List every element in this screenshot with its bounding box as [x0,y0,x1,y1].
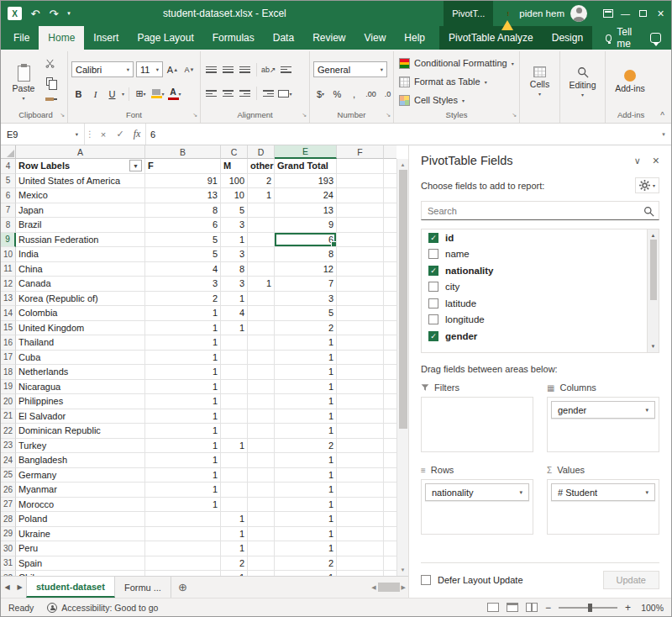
dialog-launcher-icon[interactable]: ↘ [192,112,197,119]
row-header[interactable]: 9 [1,233,16,248]
field-item-latitude[interactable]: latitude [422,295,646,312]
cell[interactable]: 1 [221,292,248,307]
cell[interactable] [248,468,275,483]
cell[interactable] [248,321,275,336]
dialog-launcher-icon[interactable]: ↘ [60,112,65,119]
zoom-level[interactable]: 100% [638,603,664,613]
cell[interactable]: United Kingdom [16,321,145,336]
scrollbar-thumb[interactable] [650,240,657,300]
cell[interactable]: 4 [145,262,221,277]
defer-layout-checkbox[interactable] [421,575,431,585]
cell[interactable] [221,468,248,483]
font-size-select[interactable]: 11▾ [136,61,163,77]
row-header[interactable]: 32 [1,571,16,576]
cell[interactable] [248,453,275,468]
cell[interactable] [337,159,384,174]
wrap-text-button[interactable] [279,62,293,77]
tab-file[interactable]: File [4,26,39,50]
column-header-B[interactable]: B [145,145,221,159]
cell[interactable]: 2 [275,439,337,454]
scroll-up-icon[interactable]: ▲ [401,159,406,170]
cell[interactable]: 1 [145,424,221,439]
cell[interactable]: 1 [275,541,337,556]
warning-icon[interactable] [501,8,514,19]
conditional-formatting-button[interactable]: Conditional Formatting ▾ [397,55,516,71]
cell[interactable] [337,351,384,366]
cell[interactable]: 3 [221,277,248,292]
cell[interactable]: Bangladesh [16,453,145,468]
cell[interactable]: 1 [275,527,337,542]
cell[interactable]: 1 [275,409,337,425]
cell[interactable]: Netherlands [16,365,145,380]
update-button[interactable]: Update [603,571,659,589]
cell[interactable] [337,439,384,454]
sheet-tab-formulas[interactable]: Formu ... [115,577,171,598]
cell[interactable] [145,541,221,556]
ribbon-display-options-button[interactable] [599,1,617,26]
align-top-button[interactable] [204,62,218,77]
cell[interactable]: 8 [145,203,221,219]
drag-handle-icon[interactable]: ⋮ [85,124,95,145]
row-header[interactable]: 30 [1,541,16,556]
cell[interactable] [337,483,384,498]
cell[interactable]: 1 [275,424,337,439]
cancel-entry-button[interactable]: × [95,124,112,145]
cell[interactable]: 1 [221,321,248,336]
cell[interactable]: 1 [275,498,337,513]
avatar[interactable] [570,5,587,22]
cell[interactable]: 2 [275,321,337,336]
cell[interactable]: 1 [248,188,275,203]
scrollbar-thumb[interactable] [378,583,400,592]
cell[interactable]: Mexico [16,188,145,203]
cell[interactable] [337,188,384,203]
cell[interactable] [248,571,275,576]
cell[interactable] [337,218,384,233]
paste-button[interactable]: Paste ▾ [8,53,39,110]
cell[interactable] [248,351,275,366]
cell[interactable]: 8 [221,262,248,277]
tab-formulas[interactable]: Formulas [203,26,264,50]
tab-pivottable-analyze[interactable]: PivotTable Analyze [439,26,543,50]
row-header[interactable]: 27 [1,498,16,513]
cell[interactable] [337,380,384,395]
font-color-button[interactable]: A▾ [167,87,181,102]
cell[interactable]: Myanmar [16,483,145,498]
cell[interactable] [248,527,275,542]
field-item-id[interactable]: ✓id [422,229,646,246]
cell[interactable] [337,321,384,336]
cell[interactable]: 2 [275,556,337,572]
row-header[interactable]: 28 [1,512,16,527]
area-field-pill[interactable]: nationality▾ [425,483,529,501]
collapse-ribbon-button[interactable]: ^ [660,111,664,120]
cell[interactable]: 1 [275,335,337,351]
formula-bar-expand-button[interactable]: ▾ [656,124,671,145]
tab-design[interactable]: Design [543,26,592,50]
cell[interactable]: 13 [275,203,337,219]
cell[interactable]: Russian Federation [16,233,145,248]
cell[interactable]: Germany [16,468,145,483]
addins-button[interactable]: Add-ins [609,53,651,110]
comma-format-button[interactable]: , [347,87,361,102]
cell[interactable] [337,277,384,292]
cell[interactable] [248,424,275,439]
cell[interactable]: 1 [275,512,337,527]
cell[interactable]: 1 [221,233,248,248]
cell[interactable]: 1 [275,468,337,483]
row-header[interactable]: 21 [1,409,16,425]
cell[interactable] [337,292,384,307]
pivottable-tools-label[interactable]: PivotT... [444,1,493,26]
cell[interactable] [248,292,275,307]
field-item-gender[interactable]: ✓gender [422,328,646,345]
cell[interactable]: Canada [16,277,145,292]
decrease-decimal-button[interactable]: .0 [381,87,395,102]
cell[interactable] [221,409,248,425]
dialog-launcher-icon[interactable]: ↘ [386,112,391,119]
cell[interactable] [145,527,221,542]
page-layout-view-button[interactable] [507,603,518,612]
search-input[interactable] [421,201,659,220]
row-header[interactable]: 12 [1,277,16,292]
cell[interactable]: 100 [221,174,248,189]
cell[interactable]: 24 [275,188,337,203]
row-header[interactable]: 8 [1,218,16,233]
cell[interactable] [337,453,384,468]
